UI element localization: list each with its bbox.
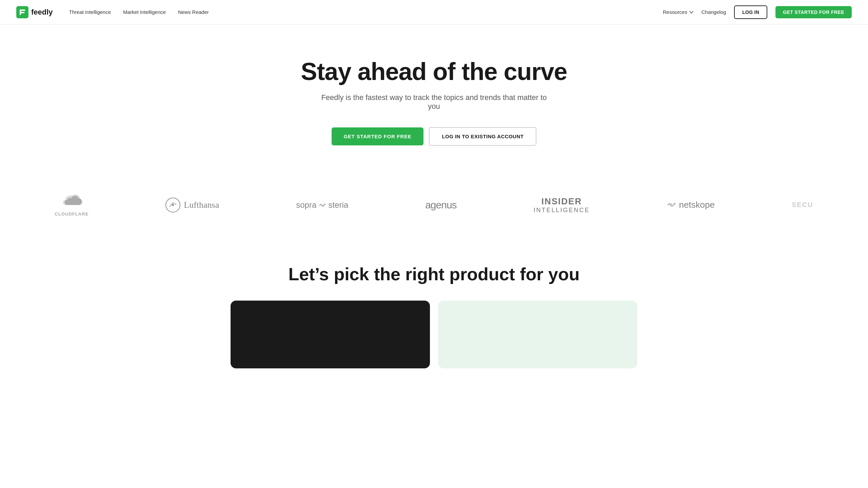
product-section: Let’s pick the right product for you	[0, 244, 868, 382]
insider-top-text: INSIDER	[541, 196, 582, 207]
logos-section: Cloudflare Lufthansa sopra steria	[0, 173, 868, 244]
sopra-steria-wave-icon	[319, 203, 326, 208]
lufthansa-text: Lufthansa	[184, 200, 219, 210]
lufthansa-logo: Lufthansa	[165, 198, 219, 212]
resources-label: Resources	[663, 9, 687, 15]
secu-text: SECU	[792, 201, 813, 209]
product-card-dark	[231, 301, 430, 368]
product-cards	[231, 301, 637, 368]
agenus-logo: agenus	[425, 199, 456, 211]
product-card-light	[438, 301, 637, 368]
nav-right: Resources Changelog LOG IN GET STARTED F…	[663, 5, 852, 19]
hero-section: Stay ahead of the curve Feedly is the fa…	[0, 24, 868, 173]
logos-wrapper: Cloudflare Lufthansa sopra steria	[0, 173, 868, 244]
nav-threat-intelligence[interactable]: Threat Intelligence	[69, 9, 111, 15]
hero-subtitle: Feedly is the fastest way to track the t…	[315, 93, 553, 111]
get-started-nav-button[interactable]: GET STARTED FOR FREE	[775, 6, 852, 18]
secu-partial-logo: SECU	[792, 201, 813, 209]
insider-intelligence-logo: INSIDER INTELLIGENCE	[534, 196, 590, 214]
login-button[interactable]: LOG IN	[734, 5, 767, 19]
sopra-steria-text: sopra steria	[296, 200, 348, 210]
hero-login-button[interactable]: LOG IN TO EXISTING ACCOUNT	[429, 127, 536, 146]
agenus-text: agenus	[425, 199, 456, 211]
chevron-down-icon	[689, 11, 693, 14]
netskope-icon	[667, 202, 677, 208]
svg-point-1	[172, 204, 174, 206]
nav-links: Threat Intelligence Market Intelligence …	[69, 9, 663, 15]
nav-market-intelligence[interactable]: Market Intelligence	[123, 9, 166, 15]
main-nav: feedly Threat Intelligence Market Intell…	[0, 0, 868, 24]
hero-buttons: GET STARTED FOR FREE LOG IN TO EXISTING …	[332, 127, 537, 146]
hero-get-started-button[interactable]: GET STARTED FOR FREE	[332, 127, 424, 145]
cloudflare-text: Cloudflare	[55, 211, 88, 217]
nav-changelog[interactable]: Changelog	[702, 9, 726, 15]
brand-name: feedly	[31, 8, 53, 17]
lufthansa-circle-icon	[165, 198, 180, 212]
cloudflare-cloud-icon	[60, 193, 83, 210]
brand-logo[interactable]: feedly	[16, 6, 53, 18]
product-section-title: Let’s pick the right product for you	[289, 264, 580, 284]
sopra-steria-logo: sopra steria	[296, 200, 348, 210]
cloudflare-logo: Cloudflare	[55, 193, 88, 217]
netskope-logo: netskope	[667, 200, 715, 210]
nav-resources-dropdown[interactable]: Resources	[663, 9, 693, 15]
insider-bottom-text: INTELLIGENCE	[534, 207, 590, 214]
hero-title: Stay ahead of the curve	[301, 58, 567, 85]
netskope-text: netskope	[679, 200, 715, 210]
nav-news-reader[interactable]: News Reader	[178, 9, 209, 15]
